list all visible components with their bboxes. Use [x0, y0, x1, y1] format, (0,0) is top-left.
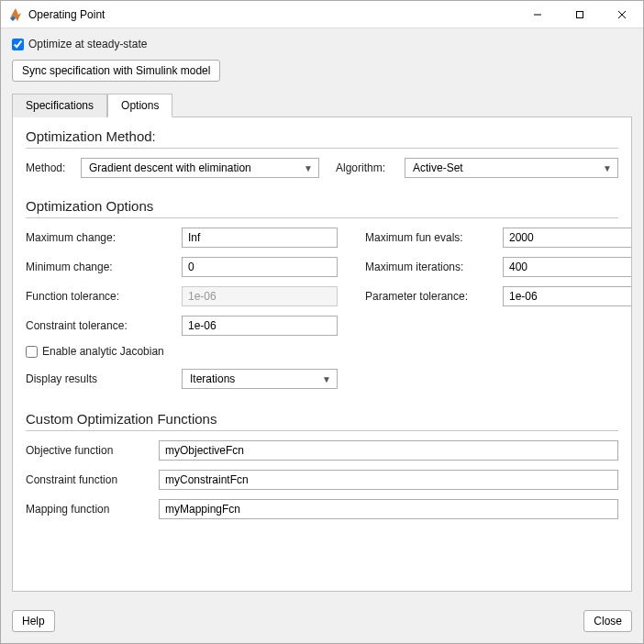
tab-options[interactable]: Options: [107, 94, 172, 117]
fun-tol-label: Function tolerance:: [26, 290, 182, 303]
enable-jacobian-row: Enable analytic Jacobian: [26, 345, 618, 358]
sync-specification-button[interactable]: Sync specification with Simulink model: [12, 60, 220, 82]
method-value: Gradient descent with elimination: [89, 161, 251, 174]
display-results-select[interactable]: Iterations ▼: [182, 369, 338, 389]
close-window-button[interactable]: [601, 1, 643, 28]
operating-point-window: Operating Point Optimize at steady-state…: [0, 0, 644, 644]
max-change-input[interactable]: Inf: [182, 228, 338, 248]
matlab-logo-icon: [8, 7, 23, 22]
method-select[interactable]: Gradient descent with elimination ▼: [81, 158, 319, 178]
optimize-steady-state-label: Optimize at steady-state: [28, 38, 147, 50]
minimize-button[interactable]: [516, 1, 559, 28]
tab-specifications[interactable]: Specifications: [12, 94, 107, 117]
help-button[interactable]: Help: [12, 610, 55, 632]
param-tol-label: Parameter tolerance:: [365, 290, 503, 303]
display-results-value: Iterations: [190, 372, 235, 385]
svg-rect-1: [577, 11, 583, 17]
close-button[interactable]: Close: [583, 610, 632, 632]
method-label: Method:: [26, 161, 81, 174]
max-iter-label: Maximum iterations:: [365, 261, 503, 273]
chevron-down-icon: ▼: [603, 163, 612, 173]
mapping-fn-label: Mapping function: [26, 503, 159, 516]
chevron-down-icon: ▼: [304, 163, 313, 173]
min-change-label: Minimum change:: [26, 261, 182, 273]
param-tol-input[interactable]: 1e-06: [503, 286, 632, 306]
optimization-method-heading: Optimization Method:: [26, 128, 618, 144]
optimization-options-grid: Maximum change: Inf Maximum fun evals: 2…: [26, 228, 618, 336]
max-change-label: Maximum change:: [26, 231, 182, 244]
display-results-label: Display results: [26, 372, 182, 385]
con-tol-input[interactable]: 1e-06: [182, 316, 338, 336]
content-area: Optimize at steady-state Sync specificat…: [1, 28, 643, 601]
optimization-options-heading: Optimization Options: [26, 198, 618, 214]
max-fun-evals-label: Maximum fun evals:: [365, 231, 503, 244]
footer: Help Close: [1, 601, 643, 643]
fun-tol-input: 1e-06: [182, 286, 338, 306]
objective-fn-label: Objective function: [26, 444, 159, 457]
algorithm-select[interactable]: Active-Set ▼: [405, 158, 618, 178]
titlebar: Operating Point: [1, 1, 643, 28]
objective-fn-input[interactable]: myObjectiveFcn: [159, 440, 618, 461]
enable-jacobian-label: Enable analytic Jacobian: [42, 345, 164, 358]
min-change-input[interactable]: 0: [182, 257, 338, 277]
maximize-button[interactable]: [559, 1, 601, 28]
enable-jacobian-checkbox[interactable]: [26, 346, 38, 358]
constraint-fn-input[interactable]: myConstraintFcn: [159, 470, 618, 490]
window-title: Operating Point: [28, 8, 516, 21]
mapping-fn-input[interactable]: myMappingFcn: [159, 499, 618, 519]
divider: [26, 430, 618, 431]
max-fun-evals-input[interactable]: 2000: [503, 228, 632, 248]
optimize-steady-state-checkbox[interactable]: [12, 39, 24, 50]
optimize-steady-state-row: Optimize at steady-state: [12, 38, 632, 50]
display-results-row: Display results Iterations ▼: [26, 369, 618, 389]
divider: [26, 148, 618, 149]
con-tol-label: Constraint tolerance:: [26, 319, 182, 332]
algorithm-value: Active-Set: [413, 161, 463, 174]
algorithm-label: Algorithm:: [336, 161, 405, 174]
tabs: Specifications Options: [12, 93, 632, 117]
divider: [26, 217, 618, 218]
window-controls: [516, 1, 643, 28]
tab-options-content: Optimization Method: Method: Gradient de…: [12, 117, 632, 592]
custom-functions-grid: Objective function myObjectiveFcn Constr…: [26, 440, 618, 519]
chevron-down-icon: ▼: [322, 374, 331, 384]
method-row: Method: Gradient descent with eliminatio…: [26, 158, 618, 178]
constraint-fn-label: Constraint function: [26, 473, 159, 486]
custom-functions-heading: Custom Optimization Functions: [26, 411, 618, 427]
max-iter-input[interactable]: 400: [503, 257, 632, 277]
